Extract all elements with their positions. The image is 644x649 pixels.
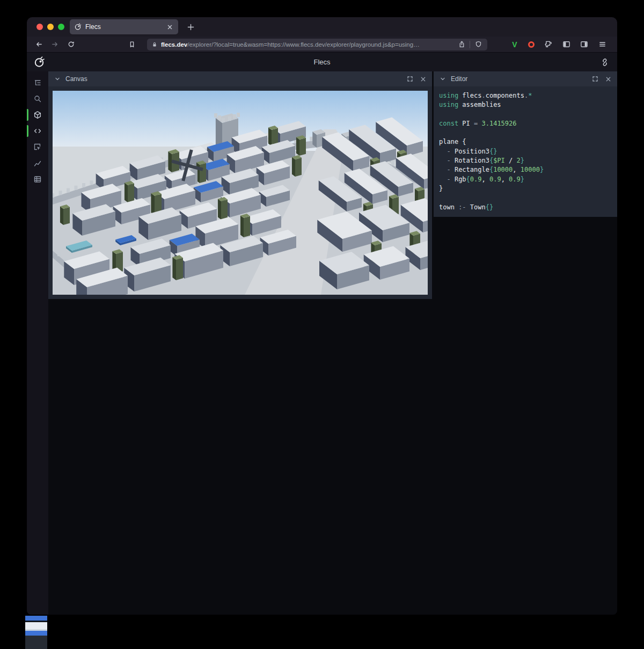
editor-code[interactable]: using flecs.components.*using assemblies… bbox=[439, 91, 612, 212]
sidebar-item-cube[interactable] bbox=[27, 107, 48, 123]
browser-window: Flecs bbox=[27, 17, 617, 615]
browser-navbar: flecs.dev/explorer/?local=true&wasm=http… bbox=[27, 37, 617, 53]
toolbar-extensions: V bbox=[509, 38, 612, 51]
extension-vimium-button[interactable]: V bbox=[509, 39, 520, 50]
zoom-window-button[interactable] bbox=[58, 24, 64, 30]
url-domain: flecs.dev bbox=[161, 41, 187, 48]
sidebar-item-chart[interactable] bbox=[27, 155, 48, 171]
editor-panel-body: using flecs.components.*using assemblies… bbox=[434, 86, 617, 217]
canvas-panel: Canvas bbox=[48, 71, 432, 299]
sidebar-item-outline-tree[interactable] bbox=[27, 75, 48, 91]
editor-collapse-chevron-icon[interactable] bbox=[438, 74, 448, 84]
back-button[interactable] bbox=[32, 38, 45, 51]
tab-title: Flecs bbox=[85, 23, 162, 31]
permalink-chain-button[interactable] bbox=[598, 55, 612, 69]
app-header: Flecs bbox=[27, 53, 617, 71]
lock-icon bbox=[151, 41, 158, 48]
explorer-content: Canvas bbox=[27, 71, 617, 615]
sidebar-item-code[interactable] bbox=[27, 123, 48, 139]
editor-panel-header: Editor bbox=[434, 71, 617, 86]
canvas-close-button[interactable] bbox=[418, 74, 428, 84]
canvas-3d-viewport[interactable] bbox=[53, 91, 428, 295]
close-window-button[interactable] bbox=[36, 24, 43, 30]
tab-flecs[interactable]: Flecs bbox=[70, 19, 178, 34]
canvas-collapse-chevron-icon[interactable] bbox=[53, 74, 62, 84]
icon-sidebar bbox=[27, 71, 48, 615]
desktop-background: Flecs bbox=[0, 0, 644, 649]
canvas-panel-header: Canvas bbox=[48, 71, 432, 86]
editor-panel-title: Editor bbox=[451, 75, 587, 83]
forward-button[interactable] bbox=[48, 38, 61, 51]
page-title: Flecs bbox=[27, 58, 617, 66]
browser-titlebar: Flecs bbox=[27, 17, 617, 37]
sidebar-toggle-button[interactable] bbox=[560, 39, 572, 50]
minimize-window-button[interactable] bbox=[47, 24, 54, 30]
menu-hamburger-button[interactable] bbox=[596, 38, 609, 51]
urlbar-divider bbox=[470, 41, 470, 48]
canvas-expand-button[interactable] bbox=[405, 74, 415, 84]
main-area: Canvas bbox=[48, 71, 617, 615]
sidebar-item-search[interactable] bbox=[27, 91, 48, 107]
url-path: /explorer/?local=true&wasm=https://www.f… bbox=[187, 41, 419, 48]
bookmark-icon[interactable] bbox=[126, 38, 138, 51]
tab-favicon-flecs-logo bbox=[74, 23, 82, 31]
address-bar[interactable]: flecs.dev/explorer/?local=true&wasm=http… bbox=[147, 39, 487, 50]
canvas-panel-body bbox=[48, 86, 432, 299]
extension-adblock-button[interactable] bbox=[526, 39, 537, 50]
traffic-lights bbox=[36, 24, 64, 30]
canvas-panel-title: Canvas bbox=[65, 75, 402, 83]
shield-icon[interactable] bbox=[473, 40, 483, 49]
url-text: flecs.dev/explorer/?local=true&wasm=http… bbox=[161, 41, 453, 48]
editor-close-button[interactable] bbox=[603, 74, 613, 84]
tab-panel-button[interactable] bbox=[578, 39, 590, 50]
canvas-3d-scene bbox=[53, 91, 428, 295]
flecs-logo[interactable] bbox=[32, 55, 46, 69]
editor-panel: Editor using flecs.components.*using ass… bbox=[434, 71, 617, 217]
share-button[interactable] bbox=[457, 40, 466, 49]
sidebar-item-inspect[interactable] bbox=[27, 139, 48, 155]
background-window-peek bbox=[25, 616, 47, 649]
extensions-puzzle-button[interactable] bbox=[543, 39, 554, 50]
new-tab-button[interactable] bbox=[184, 20, 197, 34]
reload-button[interactable] bbox=[64, 38, 77, 51]
editor-expand-button[interactable] bbox=[590, 74, 600, 84]
sidebar-item-grid[interactable] bbox=[27, 171, 48, 187]
tab-close-button[interactable] bbox=[165, 23, 174, 31]
adblock-ring-icon bbox=[528, 41, 535, 48]
